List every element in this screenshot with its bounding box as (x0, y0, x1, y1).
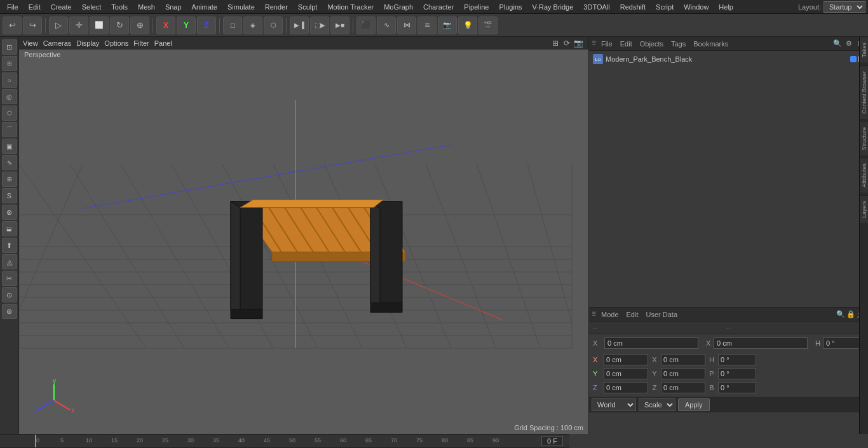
attr-search-icon[interactable]: 🔍 (836, 310, 845, 318)
light-button[interactable]: 💡 (458, 17, 477, 34)
lt-poly-pen-btn[interactable]: ✎ (2, 155, 17, 170)
scale-x-input[interactable] (661, 354, 705, 365)
attr-x-scale-input[interactable] (714, 337, 808, 349)
menu-file[interactable]: File (3, 2, 23, 12)
vp-axes-icon[interactable]: ⟳ (562, 38, 572, 48)
menu-snap[interactable]: Snap (161, 2, 186, 12)
object-vis-dot[interactable] (850, 56, 857, 62)
vp-menu-filter[interactable]: Filter (133, 39, 149, 47)
attr-mode-menu[interactable]: Mode (599, 310, 621, 319)
lt-ring-select-btn[interactable]: ◎ (2, 89, 17, 104)
vp-camera-icon[interactable]: 📷 (573, 38, 583, 48)
vp-maximize-icon[interactable]: ⊞ (550, 38, 560, 48)
axis-y-button[interactable]: Y (177, 17, 196, 34)
objects-edit-menu[interactable]: Edit (618, 39, 635, 48)
object-mode-button[interactable]: ◻ (223, 17, 242, 34)
menu-create[interactable]: Create (46, 2, 76, 12)
cube-primitive-button[interactable]: ⬛ (356, 17, 376, 34)
vtab-attributes[interactable]: Attributes (860, 158, 869, 193)
menu-window[interactable]: Window (679, 2, 713, 12)
menu-tools[interactable]: Tools (107, 2, 132, 12)
axis-z-button[interactable]: Z (197, 17, 216, 34)
select-tool-button[interactable]: ▷ (49, 17, 68, 34)
deformer-button[interactable]: ≋ (417, 17, 437, 34)
menu-animate[interactable]: Animate (187, 2, 222, 12)
menu-mesh[interactable]: Mesh (133, 2, 159, 12)
pos-y-input[interactable] (604, 368, 648, 379)
scale-y-input[interactable] (661, 368, 705, 379)
vp-menu-cameras[interactable]: Cameras (43, 39, 72, 47)
lt-bevel-btn[interactable]: ◬ (2, 254, 17, 269)
menu-mograph[interactable]: MoGraph (379, 2, 417, 12)
attr-edit-menu[interactable]: Edit (624, 310, 641, 319)
menu-pipeline[interactable]: Pipeline (459, 2, 493, 12)
apply-button[interactable]: Apply (678, 398, 710, 411)
pos-z-input[interactable] (604, 382, 648, 393)
menu-simulate[interactable]: Simulate (223, 2, 259, 12)
scene-button[interactable]: 🎬 (478, 17, 498, 34)
vtab-takes[interactable]: Takes (860, 37, 869, 63)
rotate-tool-button[interactable]: ↻ (110, 17, 129, 34)
layout-dropdown[interactable]: Startup (824, 1, 865, 13)
objects-bookmarks-menu[interactable]: Bookmarks (691, 39, 731, 48)
menu-help[interactable]: Help (714, 2, 738, 12)
lt-subdivide-btn[interactable]: S (2, 188, 17, 203)
menu-character[interactable]: Character (419, 2, 458, 12)
vp-menu-view[interactable]: View (23, 39, 38, 47)
lt-loop-select-btn[interactable]: ○ (2, 72, 17, 88)
edge-mode-button[interactable]: ◈ (243, 17, 262, 34)
menu-vray[interactable]: V-Ray Bridge (528, 2, 578, 12)
menu-plugins[interactable]: Plugins (494, 2, 526, 12)
objects-settings-icon[interactable]: ⚙ (844, 39, 854, 49)
objects-search-icon[interactable]: 🔍 (832, 39, 843, 49)
pos-x-input[interactable] (604, 354, 648, 365)
coord-scale-select[interactable]: Scale Size (639, 398, 675, 411)
lt-knife-btn[interactable]: ✂ (2, 271, 17, 286)
render-full-button[interactable]: ▶■ (330, 17, 349, 34)
rot-p-input[interactable] (718, 368, 756, 379)
vtab-content-browser[interactable]: Content Browser (860, 65, 869, 119)
scale-tool-button[interactable]: ⬜ (90, 17, 109, 34)
menu-script[interactable]: Script (651, 2, 678, 12)
lt-magnet-btn[interactable]: ⊛ (2, 304, 17, 319)
poly-mode-button[interactable]: ⬡ (264, 17, 283, 34)
lt-collapse-btn[interactable]: ⬓ (2, 221, 17, 236)
menu-edit[interactable]: Edit (24, 2, 45, 12)
lt-live-select-btn[interactable]: ⊞ (2, 56, 17, 71)
objects-file-menu[interactable]: File (599, 39, 615, 48)
lt-path-select-btn[interactable]: ⌒ (2, 122, 17, 137)
vtab-structure[interactable]: Structure (860, 121, 869, 156)
nurbs-button[interactable]: ⋈ (397, 17, 416, 34)
menu-sculpt[interactable]: Sculpt (294, 2, 322, 12)
redo-button[interactable]: ↪ (23, 17, 42, 34)
move-tool-button[interactable]: ✛ (69, 17, 88, 34)
attr-x-pos-input[interactable] (604, 337, 698, 349)
objects-tags-menu[interactable]: Tags (668, 39, 688, 48)
undo-button[interactable]: ↩ (3, 17, 22, 34)
camera-button[interactable]: 📷 (438, 17, 457, 34)
spline-button[interactable]: ∿ (377, 17, 396, 34)
lt-fill-select-btn[interactable]: ⬡ (2, 105, 17, 121)
objects-objects-menu[interactable]: Objects (637, 39, 666, 48)
attr-userdata-menu[interactable]: User Data (644, 310, 681, 319)
menu-select[interactable]: Select (78, 2, 106, 12)
axis-x-button[interactable]: X (156, 17, 175, 34)
transform-button[interactable]: ⊕ (130, 17, 149, 34)
lt-bridge-btn[interactable]: ⊞ (2, 172, 17, 187)
menu-render[interactable]: Render (261, 2, 292, 12)
attr-lock-icon[interactable]: 🔒 (846, 310, 855, 318)
lt-weld-btn[interactable]: ⊙ (2, 287, 17, 302)
vp-menu-options[interactable]: Options (104, 39, 128, 47)
lt-box-select-btn[interactable]: ▣ (2, 139, 17, 154)
scale-z-input[interactable] (661, 382, 705, 393)
menu-redshift[interactable]: Redshift (616, 2, 650, 12)
vtab-layers[interactable]: Layers (860, 195, 869, 223)
object-item-bench[interactable]: Lo Modern_Park_Bench_Black (590, 52, 867, 66)
render-preview-button[interactable]: ▶▐ (290, 17, 309, 34)
lt-select-btn[interactable]: ⊡ (2, 39, 17, 55)
lt-extrude-btn[interactable]: ⬆ (2, 238, 17, 253)
lt-dissolve-btn[interactable]: ⊗ (2, 205, 17, 220)
render-region-button[interactable]: ⬚▶ (310, 17, 329, 34)
coord-world-select[interactable]: World Object Camera (592, 398, 636, 411)
vp-menu-panel[interactable]: Panel (154, 39, 172, 47)
